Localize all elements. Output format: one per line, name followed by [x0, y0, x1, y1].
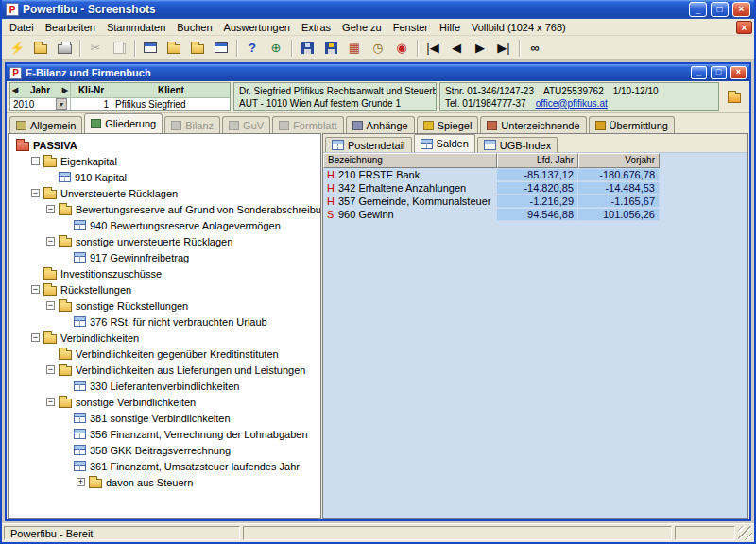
cut-button: ✂: [84, 38, 107, 59]
collapse-icon[interactable]: −: [46, 366, 55, 374]
collapse-icon[interactable]: −: [46, 237, 55, 246]
globe-button[interactable]: ⊕: [265, 38, 287, 59]
tree-item-davon-aus-steuern[interactable]: +davon aus Steuern: [10, 474, 320, 490]
tree-item-verbindlichkeiten[interactable]: −Verbindlichkeiten: [10, 330, 320, 346]
year-prev-icon[interactable]: ◀: [12, 86, 18, 94]
menu-close-icon[interactable]: ×: [736, 21, 752, 34]
header-folder-button[interactable]: [722, 82, 747, 111]
tree-item-940-bewertungsreserve-anlagevermögen[interactable]: 940 Bewertungsreserve Anlagevermögen: [10, 217, 320, 233]
table-row-342-erhaltene-anzahlungen[interactable]: H342 Erhaltene Anzahlungen-14.820,85-14.…: [323, 181, 747, 195]
tree-item-rückstellungen[interactable]: −Rückstellungen: [10, 281, 320, 298]
collapse-icon[interactable]: −: [31, 285, 40, 294]
collapse-icon[interactable]: −: [46, 398, 55, 406]
copy-button: [108, 38, 130, 59]
subtab-salden[interactable]: Salden: [414, 134, 475, 152]
menu-vollbild[interactable]: Vollbild (1024 x 768): [466, 21, 572, 34]
help-button[interactable]: ?: [241, 38, 264, 59]
collapse-icon[interactable]: −: [31, 189, 40, 197]
menu-datei[interactable]: Datei: [4, 21, 40, 34]
tree-item-investitionszuschüsse[interactable]: Investitionszuschüsse: [10, 265, 320, 281]
collapse-icon[interactable]: −: [31, 157, 40, 165]
close-button[interactable]: ×: [732, 2, 750, 17]
subtab-ugb-index[interactable]: UGB-Index: [477, 137, 558, 152]
open-folder-button[interactable]: [29, 38, 52, 59]
tree-item-381-sonstige-verbindlichkeiten[interactable]: 381 sonstige Verbindlichkeiten: [10, 410, 320, 426]
year-dropdown[interactable]: 2010 ▼: [10, 97, 71, 111]
klinr-field[interactable]: 1: [71, 97, 112, 111]
tree-item-376-rst-für-nicht-verbrauchten-urlaub[interactable]: 376 RSt. für nicht verbrauchten Urlaub: [10, 314, 320, 330]
tab-allgemein[interactable]: Allgemein: [9, 116, 82, 133]
ebilanz-titlebar[interactable]: P E-Bilanz und Firmenbuch _ □ ×: [7, 64, 749, 81]
save-button[interactable]: [296, 38, 318, 59]
tab-unterzeichnende[interactable]: Unterzeichnende: [480, 116, 586, 133]
nav-prev-button[interactable]: ◀: [445, 38, 468, 59]
tree-item-label: 910 Kapital: [75, 172, 127, 183]
documents-folder-button[interactable]: [186, 38, 209, 59]
tree-item-verbindlichkeiten-gegenüber-kreditinstituten[interactable]: Verbindlichkeiten gegenüber Kreditinstit…: [10, 346, 320, 362]
nav-last-button[interactable]: ▶|: [492, 38, 515, 59]
subtab-postendetail[interactable]: Postendetail: [325, 137, 412, 152]
column-header-lfd-jahr[interactable]: Lfd. Jahr: [497, 153, 578, 168]
tree-item-label: Eigenkapital: [60, 156, 117, 167]
tab-übermittlung[interactable]: Übermittlung: [589, 116, 675, 133]
tree-item-sonstige-verbindlichkeiten[interactable]: −sonstige Verbindlichkeiten: [10, 394, 320, 410]
tree-root[interactable]: PASSIVA: [10, 137, 320, 153]
print-button[interactable]: [53, 38, 76, 59]
klient-field[interactable]: Pfifikus Siegfried: [112, 97, 230, 111]
menu-auswertungen[interactable]: Auswertungen: [218, 21, 296, 34]
ebilanz-maximize-button[interactable]: □: [711, 66, 727, 79]
minimize-button[interactable]: _: [689, 2, 707, 17]
tree-item-917-gewinnfreibetrag[interactable]: 917 Gewinnfreibetrag: [10, 249, 320, 265]
table-row-357-gemeinde-kommunalsteuer[interactable]: H357 Gemeinde, Kommunalsteuer-1.216,29-1…: [323, 195, 747, 208]
menu-hilfe[interactable]: Hilfe: [434, 21, 466, 34]
tree-item-label: Verbindlichkeiten gegenüber Kreditinstit…: [76, 348, 279, 360]
resize-grip[interactable]: [738, 526, 752, 540]
clock-button[interactable]: ◷: [367, 38, 389, 59]
tree-item-330-lieferantenverbindlichkeiten[interactable]: 330 Lieferantenverbindlichkeiten: [10, 378, 320, 394]
tree-item-910-kapital[interactable]: 910 Kapital: [10, 169, 320, 185]
grid-window-button[interactable]: [210, 38, 232, 59]
tree-item-sonstige-unversteuerte-rücklagen[interactable]: −sonstige unversteuerte Rücklagen: [10, 233, 320, 249]
tree-item-unversteuerte-rücklagen[interactable]: −Unversteuerte Rücklagen: [10, 185, 320, 201]
tree-item-358-gkk-beitragsverrechnung[interactable]: 358 GKK Beitragsverrechnung: [10, 442, 320, 458]
export-button[interactable]: [319, 38, 342, 59]
tree-item-bewertungsreserve-auf-grund-von-sonderabschreibungen[interactable]: −Bewertungsreserve auf Grund von Sondera…: [10, 201, 320, 217]
ebilanz-close-button[interactable]: ×: [730, 66, 747, 79]
tab-spiegel[interactable]: Spiegel: [417, 116, 479, 133]
find-button[interactable]: ∞: [524, 38, 546, 59]
ebilanz-minimize-button[interactable]: _: [691, 66, 707, 79]
menu-fenster[interactable]: Fenster: [387, 21, 434, 34]
tree-item-sonstige-rückstellungen[interactable]: −sonstige Rückstellungen: [10, 298, 320, 314]
exit-button[interactable]: ◉: [390, 38, 413, 59]
nav-next-button[interactable]: ▶: [469, 38, 491, 59]
tree-item-verbindlichkeiten-aus-lieferungen-und-leistungen[interactable]: −Verbindlichkeiten aus Lieferungen und L…: [10, 362, 320, 378]
table-row-210-erste-bank[interactable]: H210 ERSTE Bank-85.137,12-180.676,78: [323, 168, 747, 181]
window-list-button[interactable]: [139, 38, 162, 59]
tree-item-eigenkapital[interactable]: −Eigenkapital: [10, 153, 320, 169]
tree-item-356-finanzamt-verrechnung-der-lohnabgaben[interactable]: 356 Finanzamt, Verrechnung der Lohnabgab…: [10, 426, 320, 442]
menu-bearbeiten[interactable]: Bearbeiten: [40, 21, 101, 34]
client-folder-button[interactable]: [163, 38, 185, 59]
maximize-button[interactable]: □: [711, 2, 729, 17]
titlebar[interactable]: P Powerfibu - Screenshots _ □ ×: [2, 0, 754, 19]
year-next-icon[interactable]: ▶: [62, 86, 68, 94]
nav-first-button[interactable]: |◀: [421, 38, 444, 59]
menu-buchen[interactable]: Buchen: [171, 21, 217, 34]
dropdown-arrow-icon[interactable]: ▼: [56, 98, 67, 110]
column-header-vorjahr[interactable]: Vorjahr: [578, 153, 660, 168]
tab-gliederung[interactable]: Gliederung: [84, 113, 163, 133]
menu-stammdaten[interactable]: Stammdaten: [101, 21, 171, 34]
tree-item-361-finanzamt-umsatzsteuer-laufendes-jahr[interactable]: 361 Finanzamt, Umsatzsteuer laufendes Ja…: [10, 458, 320, 474]
collapse-icon[interactable]: −: [46, 301, 55, 310]
expand-icon[interactable]: +: [77, 478, 85, 486]
tab-anhänge[interactable]: Anhänge: [346, 116, 415, 133]
collapse-icon[interactable]: −: [31, 333, 40, 342]
menu-extras[interactable]: Extras: [296, 21, 336, 34]
journal-button[interactable]: ⚡: [6, 38, 28, 59]
client-email-link[interactable]: office@pfifikus.at: [536, 98, 608, 109]
menu-gehe-zu[interactable]: Gehe zu: [336, 21, 387, 34]
calculator-button[interactable]: ▦: [343, 38, 366, 59]
table-row-960-gewinn[interactable]: S960 Gewinn94.546,88101.056,26: [323, 208, 747, 221]
collapse-icon[interactable]: −: [46, 205, 55, 213]
column-header-bezeichnung[interactable]: Bezeichnung: [323, 153, 497, 168]
